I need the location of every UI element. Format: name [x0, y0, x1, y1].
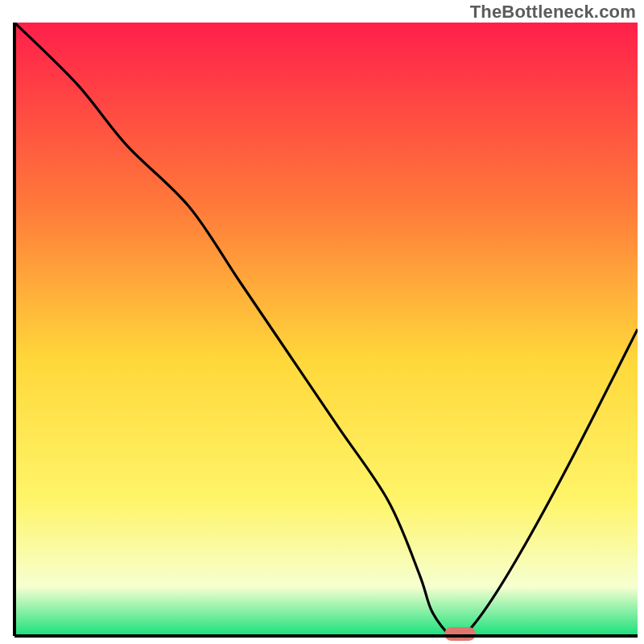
optimal-marker: [444, 627, 476, 641]
bottleneck-chart: [0, 0, 644, 644]
chart-stage: TheBottleneck.com: [0, 0, 644, 644]
gradient-background: [14, 23, 638, 636]
